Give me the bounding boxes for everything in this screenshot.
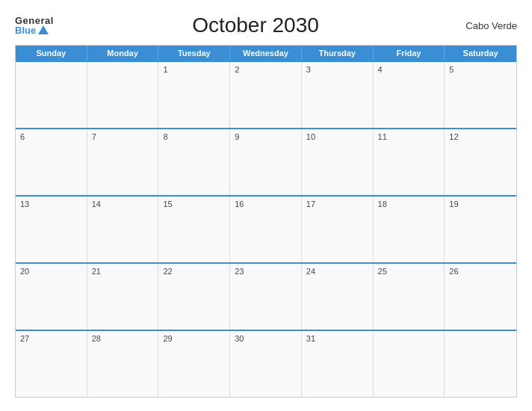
day-number: 19 bbox=[449, 200, 458, 208]
day-number: 3 bbox=[306, 65, 311, 74]
day-cell: 7 bbox=[87, 129, 159, 195]
day-cell: 17 bbox=[302, 197, 374, 262]
calendar-title: October 2030 bbox=[54, 13, 457, 37]
day-cell: 15 bbox=[158, 197, 230, 262]
day-number: 20 bbox=[20, 267, 29, 276]
country-label: Cabo Verde bbox=[457, 20, 517, 31]
day-cell: 20 bbox=[16, 264, 87, 330]
day-number: 24 bbox=[306, 267, 315, 276]
day-cell: 31 bbox=[302, 331, 374, 397]
day-cell bbox=[16, 62, 87, 128]
day-cell: 2 bbox=[230, 62, 302, 128]
day-cell: 9 bbox=[230, 129, 302, 195]
calendar: SundayMondayTuesdayWednesdayThursdayFrid… bbox=[15, 45, 517, 398]
day-number: 11 bbox=[378, 132, 387, 141]
day-number: 18 bbox=[378, 200, 387, 208]
day-number: 5 bbox=[449, 65, 454, 74]
day-number: 27 bbox=[20, 334, 29, 343]
logo-blue-text: Blue bbox=[15, 25, 49, 35]
day-number: 22 bbox=[163, 267, 172, 276]
day-cell: 29 bbox=[158, 331, 230, 397]
day-number: 28 bbox=[92, 334, 101, 343]
day-cell bbox=[445, 331, 516, 397]
day-header-saturday: Saturday bbox=[445, 46, 516, 61]
day-cell: 12 bbox=[445, 129, 516, 195]
day-cell: 3 bbox=[302, 62, 374, 128]
day-number: 30 bbox=[235, 334, 244, 343]
day-cell: 5 bbox=[445, 62, 516, 128]
weeks-container: 1234567891011121314151617181920212223242… bbox=[16, 61, 516, 397]
day-cell: 13 bbox=[16, 197, 87, 262]
day-header-friday: Friday bbox=[374, 46, 445, 61]
day-cell: 16 bbox=[230, 197, 302, 262]
day-headers: SundayMondayTuesdayWednesdayThursdayFrid… bbox=[16, 46, 516, 61]
week-row-2: 6789101112 bbox=[16, 128, 516, 195]
day-cell: 18 bbox=[374, 197, 445, 262]
day-number: 31 bbox=[306, 334, 315, 343]
day-number: 26 bbox=[449, 267, 458, 276]
day-number: 13 bbox=[20, 200, 29, 208]
day-number: 1 bbox=[163, 65, 167, 74]
day-number: 9 bbox=[235, 132, 239, 141]
day-number: 15 bbox=[163, 200, 172, 208]
day-cell bbox=[374, 331, 445, 397]
day-header-monday: Monday bbox=[87, 46, 159, 61]
day-cell: 6 bbox=[16, 129, 87, 195]
day-cell: 14 bbox=[87, 197, 159, 262]
day-cell: 19 bbox=[445, 197, 516, 262]
day-number: 25 bbox=[378, 267, 387, 276]
day-number: 12 bbox=[449, 132, 458, 141]
day-cell: 11 bbox=[374, 129, 445, 195]
day-header-tuesday: Tuesday bbox=[158, 46, 230, 61]
day-number: 14 bbox=[92, 200, 101, 208]
day-cell: 22 bbox=[158, 264, 230, 330]
day-cell: 10 bbox=[302, 129, 374, 195]
day-number: 2 bbox=[235, 65, 239, 74]
day-header-sunday: Sunday bbox=[16, 46, 87, 61]
day-number: 10 bbox=[306, 132, 315, 141]
day-number: 4 bbox=[378, 65, 383, 74]
week-row-1: 12345 bbox=[16, 61, 516, 128]
day-cell: 27 bbox=[16, 331, 87, 397]
day-number: 7 bbox=[92, 132, 96, 141]
day-cell: 25 bbox=[374, 264, 445, 330]
logo-triangle-icon bbox=[38, 25, 49, 34]
day-cell: 28 bbox=[87, 331, 159, 397]
day-number: 23 bbox=[235, 267, 244, 276]
week-row-4: 20212223242526 bbox=[16, 262, 516, 330]
day-header-thursday: Thursday bbox=[302, 46, 374, 61]
day-cell bbox=[87, 62, 159, 128]
day-number: 8 bbox=[163, 132, 167, 141]
day-number: 17 bbox=[306, 200, 315, 208]
day-number: 21 bbox=[92, 267, 101, 276]
day-number: 16 bbox=[235, 200, 244, 208]
day-cell: 1 bbox=[158, 62, 230, 128]
day-header-wednesday: Wednesday bbox=[230, 46, 302, 61]
page: General Blue October 2030 Cabo Verde Sun… bbox=[0, 0, 532, 411]
day-cell: 4 bbox=[374, 62, 445, 128]
day-number: 6 bbox=[20, 132, 25, 141]
day-cell: 8 bbox=[158, 129, 230, 195]
day-cell: 30 bbox=[230, 331, 302, 397]
day-cell: 24 bbox=[302, 264, 374, 330]
day-cell: 21 bbox=[87, 264, 159, 330]
week-row-5: 2728293031 bbox=[16, 330, 516, 397]
week-row-3: 13141516171819 bbox=[16, 195, 516, 262]
logo: General Blue bbox=[15, 16, 54, 35]
header: General Blue October 2030 Cabo Verde bbox=[15, 13, 517, 37]
day-number: 29 bbox=[163, 334, 172, 343]
day-cell: 26 bbox=[445, 264, 516, 330]
day-cell: 23 bbox=[230, 264, 302, 330]
